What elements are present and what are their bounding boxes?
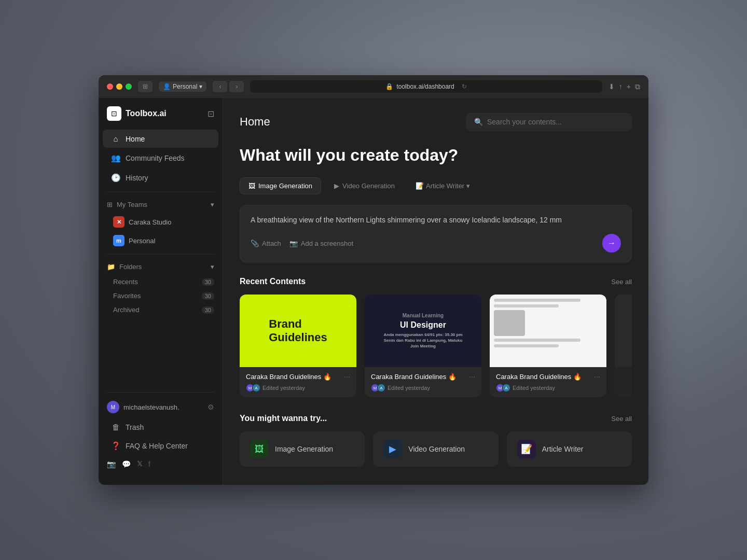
thumb-block-1: [494, 310, 525, 336]
attach-button[interactable]: 📎 Attach: [251, 240, 281, 247]
share-icon[interactable]: ↑: [619, 82, 622, 91]
image-gen-tab-icon: 🖼: [248, 182, 255, 190]
submit-arrow-icon: →: [607, 239, 616, 248]
card-av-3b: A: [502, 384, 510, 392]
suggest-article-writer[interactable]: 📝 Article Writer: [507, 431, 632, 467]
recent-contents-header: Recent Contents See all: [240, 277, 632, 286]
sidebar-item-caraka-studio[interactable]: ✕ Caraka Studio: [99, 213, 223, 231]
sidebar-item-faq[interactable]: ❓ FAQ & Help Center: [103, 437, 218, 455]
headline: What will you create today?: [240, 146, 632, 165]
teams-section-header[interactable]: ⊞ My Teams ▾: [99, 197, 223, 213]
recent-contents-see-all[interactable]: See all: [611, 278, 632, 286]
discord-icon[interactable]: 💬: [122, 460, 131, 468]
archived-label: Archived: [113, 306, 140, 314]
tab-article-writer[interactable]: 📝 Article Writer ▾: [408, 177, 478, 194]
user-info: M michaelstevanush.: [107, 401, 179, 413]
card-avatars-1: M A: [246, 384, 258, 392]
suggestions-section: You might wanna try... See all 🖼 Image G…: [240, 414, 632, 467]
logo-icon: ⊡: [107, 106, 121, 121]
folders-section-header[interactable]: 📁 Folders ▾: [99, 259, 223, 275]
suggest-cards: 🖼 Image Generation ▶ Video Generation 📝 …: [240, 431, 632, 467]
prompt-submit-button[interactable]: →: [602, 234, 621, 253]
screenshot-button[interactable]: 📷 Add a screenshot: [289, 240, 353, 247]
video-gen-tab-label: Video Generation: [342, 182, 395, 190]
content-card-1[interactable]: BrandGuidelines Caraka Brand Guidelines …: [240, 295, 356, 397]
browser-window: ⊞ 👤 Personal ▾ ‹ › 🔒 toolbox.ai/dashboar…: [99, 75, 648, 485]
card-menu-3[interactable]: ···: [594, 372, 600, 381]
sidebar-toggle-btn[interactable]: ⊞: [138, 81, 153, 92]
card-title-3: Caraka Brand Guidelines 🔥: [496, 373, 582, 381]
address-bar[interactable]: 🔒 toolbox.ai/dashboard ↻: [250, 80, 602, 93]
card-menu-1[interactable]: ···: [344, 372, 350, 381]
suggest-article-icon: 📝: [517, 440, 536, 458]
tab-video-generation[interactable]: ▶ Video Generation: [325, 177, 404, 194]
instagram-icon[interactable]: 📷: [107, 460, 116, 468]
settings-icon[interactable]: ⚙: [208, 403, 214, 411]
content-card-3[interactable]: Caraka Brand Guidelines 🔥 ··· M A Edited…: [490, 295, 606, 397]
sidebar-item-community-feeds[interactable]: 👥 Community Feeds: [103, 149, 218, 167]
community-icon: 👥: [111, 153, 120, 163]
archived-badge: 30: [202, 306, 214, 314]
caraka-studio-label: Caraka Studio: [129, 218, 171, 226]
card-title-2: Caraka Brand Guidelines 🔥: [371, 373, 457, 381]
tabs-icon[interactable]: ⧉: [635, 82, 640, 91]
content-card-2[interactable]: Manual Learning UI Designer Anda menggun…: [365, 295, 481, 397]
forward-button[interactable]: ›: [229, 81, 244, 92]
add-tab-icon[interactable]: +: [627, 82, 631, 91]
maximize-traffic-light[interactable]: [126, 83, 132, 90]
facebook-icon[interactable]: f: [148, 460, 150, 468]
search-bar[interactable]: 🔍: [466, 113, 632, 131]
close-traffic-light[interactable]: [107, 83, 113, 90]
recents-label: Recents: [113, 278, 138, 286]
card-meta-text-1: Edited yesterday: [262, 385, 305, 391]
sidebar: ⊡ Toolbox.ai ⊡ ⌂ Home 👥 Community Feeds …: [99, 98, 223, 485]
sidebar-item-archived[interactable]: Archived 30: [99, 303, 223, 317]
suggest-image-generation[interactable]: 🖼 Image Generation: [240, 431, 365, 467]
thumb-line-2: [494, 304, 559, 307]
browser-actions: ⬇ ↑ + ⧉: [608, 82, 640, 91]
sidebar-item-home-label: Home: [126, 135, 145, 143]
card-avatars-2: M A: [371, 384, 383, 392]
sidebar-divider-3: [107, 392, 214, 393]
search-input[interactable]: [487, 118, 624, 126]
sidebar-item-personal[interactable]: m Personal: [99, 231, 223, 250]
sidebar-item-favorites[interactable]: Favorites 30: [99, 289, 223, 303]
caraka-studio-avatar: ✕: [113, 216, 125, 228]
thumb-line-4: [494, 344, 559, 347]
minimize-traffic-light[interactable]: [116, 83, 122, 90]
profile-pill[interactable]: 👤 Personal ▾: [159, 81, 206, 92]
browser-nav-btns: ‹ ›: [213, 81, 244, 92]
card-info-1: Caraka Brand Guidelines 🔥 ··· M A Edited…: [240, 367, 356, 397]
suggestions-see-all[interactable]: See all: [611, 415, 632, 423]
history-icon: 🕑: [111, 173, 120, 183]
prompt-box: A breathtaking view of the Northern Ligh…: [240, 205, 632, 262]
x-icon[interactable]: 𝕏: [137, 460, 142, 468]
back-button[interactable]: ‹: [213, 81, 227, 92]
url-text: toolbox.ai/dashboard: [396, 83, 454, 90]
download-icon[interactable]: ⬇: [608, 82, 615, 91]
attach-icon: 📎: [251, 240, 259, 247]
suggest-video-generation[interactable]: ▶ Video Generation: [373, 431, 498, 467]
sidebar-item-trash[interactable]: 🗑 Trash: [103, 418, 218, 436]
light-thumb-3: [490, 295, 606, 367]
thumb-line-1: [494, 299, 580, 302]
user-row[interactable]: M michaelstevanush. ⚙: [99, 397, 223, 417]
card-meta-text-2: Edited yesterday: [388, 385, 430, 391]
prompt-text[interactable]: A breathtaking view of the Northern Ligh…: [251, 215, 621, 226]
sidebar-collapse-button[interactable]: ⊡: [208, 109, 214, 119]
browser-chrome: ⊞ 👤 Personal ▾ ‹ › 🔒 toolbox.ai/dashboar…: [99, 75, 648, 98]
card-av-1b: A: [252, 384, 260, 392]
card-title-row-3: Caraka Brand Guidelines 🔥 ···: [496, 372, 600, 381]
folder-icon: 📁: [107, 263, 115, 271]
sidebar-item-home[interactable]: ⌂ Home: [103, 130, 218, 148]
tab-image-generation[interactable]: 🖼 Image Generation: [240, 177, 321, 194]
card-menu-2[interactable]: ···: [469, 372, 475, 381]
suggest-vid-gen-icon: ▶: [383, 440, 402, 458]
sidebar-item-history[interactable]: 🕑 History: [103, 169, 218, 187]
username-label: michaelstevanush.: [123, 403, 179, 411]
home-icon: ⌂: [111, 134, 120, 143]
sidebar-item-recents[interactable]: Recents 30: [99, 275, 223, 289]
card-meta-text-3: Edited yesterday: [513, 385, 555, 391]
recent-contents-title: Recent Contents: [240, 277, 306, 286]
app-body: ⊡ Toolbox.ai ⊡ ⌂ Home 👥 Community Feeds …: [99, 98, 648, 485]
